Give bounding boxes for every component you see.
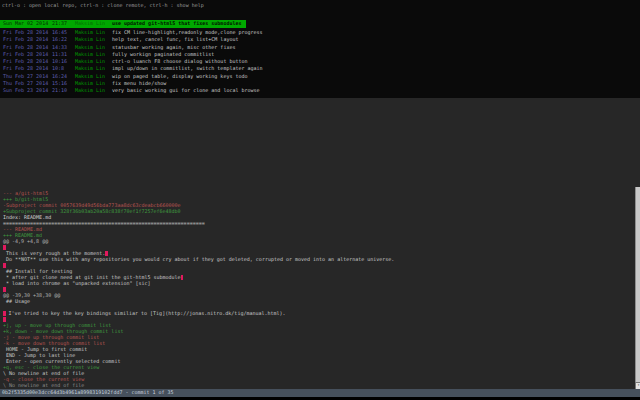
commit-list: Sun Mar 02 201421:37Maksim Linuse update… <box>0 10 640 95</box>
diff-line-text: \ No newline at end of file <box>3 382 84 388</box>
commit-author: Maksim Lin <box>75 51 112 58</box>
commit-message: ctrl-o luanch F8 choose dialog without b… <box>112 58 247 65</box>
commit-row[interactable]: Thu Feb 27 201416:24Maksim Linwip on pag… <box>0 73 640 80</box>
commit-date: Thu Feb 27 2014 <box>0 80 52 87</box>
commit-author: Maksim Lin <box>75 65 112 72</box>
commit-date: Fri Feb 28 2014 <box>0 51 52 58</box>
commit-time: 16:24 <box>52 73 75 80</box>
commit-time: 16:45 <box>52 29 75 36</box>
commit-time: 16:22 <box>52 36 75 43</box>
commit-date: Sun Feb 23 2014 <box>0 87 52 94</box>
commit-author: Maksim Lin <box>75 44 112 51</box>
bottom-strip <box>0 397 640 400</box>
commit-row[interactable]: Fri Feb 28 201411:31Maksim Linfully work… <box>0 51 640 58</box>
commit-date: Fri Feb 28 2014 <box>0 58 52 65</box>
commit-message: fix menu hide/show <box>112 80 166 87</box>
diff-line-text: Do **NOT** use this with any repositorie… <box>3 256 394 262</box>
diff-line-text: * load into chrome as "unpacked extensio… <box>3 280 151 286</box>
commit-message: wip on paged table, display working keys… <box>112 73 247 80</box>
commit-time: 11:31 <box>52 51 75 58</box>
commit-date: Fri Feb 28 2014 <box>0 29 52 36</box>
commit-time: 14:33 <box>52 44 75 51</box>
whitespace-error-block <box>3 287 6 292</box>
commit-message: impl up/down in commitlist, switch templ… <box>112 65 263 72</box>
whitespace-error-block <box>181 275 184 280</box>
commit-row[interactable]: Sun Feb 23 201421:10Maksim Linvery basic… <box>0 87 640 94</box>
commit-row[interactable]: Sun Mar 02 201421:37Maksim Linuse update… <box>0 20 246 28</box>
commit-time: 10:16 <box>52 58 75 65</box>
diff-line: \ No newline at end of file <box>0 382 634 388</box>
keyboard-shortcuts-menu: ctrl-o : open local repo, ctrl-n : clone… <box>2 1 204 9</box>
status-bar: 0b2f5335d00e3dcc64d3b4961a8998319102fdd7… <box>0 389 640 397</box>
diff-line-text: ## Usage <box>3 298 30 304</box>
commit-author: Maksim Lin <box>75 80 112 87</box>
commit-message: statusbar working again, misc other fixe… <box>112 44 235 51</box>
commit-date: Thu Feb 27 2014 <box>0 73 52 80</box>
commit-message: fix CM line-highlight,readonly mode,clon… <box>112 29 263 36</box>
whitespace-error-block <box>3 263 6 268</box>
commit-message: help text, cancel func, fix list+CM layo… <box>112 36 238 43</box>
commit-message: very basic working gui for clone and loc… <box>112 87 260 94</box>
commit-time: 21:10 <box>52 87 75 94</box>
git-gui-window: ctrl-o : open local repo, ctrl-n : clone… <box>0 0 640 400</box>
commit-time: 21:37 <box>52 20 75 27</box>
whitespace-error-block <box>3 245 6 250</box>
commit-message: use updated git-html5 that fixes submodu… <box>112 20 241 27</box>
commit-message: fully workign paginated commitlist <box>112 51 214 58</box>
commit-date: Fri Feb 28 2014 <box>0 44 52 51</box>
whitespace-error-block <box>3 317 6 322</box>
commit-author: Maksim Lin <box>75 87 112 94</box>
commit-author: Maksim Lin <box>75 20 112 27</box>
commit-author: Maksim Lin <box>75 29 112 36</box>
commit-time: 10:8 <box>52 65 75 72</box>
commit-row[interactable]: Fri Feb 28 201416:22Maksim Linhelp text,… <box>0 36 640 43</box>
commit-author: Maksim Lin <box>75 58 112 65</box>
whitespace-error-block <box>105 251 108 256</box>
commit-row[interactable]: Fri Feb 28 201410:8Maksim Linimpl up/dow… <box>0 65 640 72</box>
commit-row[interactable]: Fri Feb 28 201410:16Maksim Linctrl-o lua… <box>0 58 640 65</box>
diff-line-text: @@ -4,9 +4,8 @@ <box>3 238 48 244</box>
commit-list-panel: ctrl-o : open local repo, ctrl-n : clone… <box>0 0 640 98</box>
commit-time: 15:16 <box>52 80 75 87</box>
commit-row[interactable]: Fri Feb 28 201414:33Maksim Linstatusbar … <box>0 44 640 51</box>
commit-author: Maksim Lin <box>75 73 112 80</box>
diff-view: --- a/git-html5+++ b/git-html5-Subprojec… <box>0 190 634 388</box>
commit-row[interactable]: Fri Feb 28 201416:45Maksim Linfix CM lin… <box>0 29 640 36</box>
diff-scrollbar[interactable]: ▾ <box>635 187 640 390</box>
diff-line-text: I've tried to key the key bindings simil… <box>6 310 286 316</box>
commit-date: Sun Mar 02 2014 <box>0 20 52 27</box>
commit-date: Fri Feb 28 2014 <box>0 36 52 43</box>
commit-row[interactable]: Thu Feb 27 201415:16Maksim Linfix menu h… <box>0 80 640 87</box>
commit-author: Maksim Lin <box>75 36 112 43</box>
commit-date: Fri Feb 28 2014 <box>0 65 52 72</box>
